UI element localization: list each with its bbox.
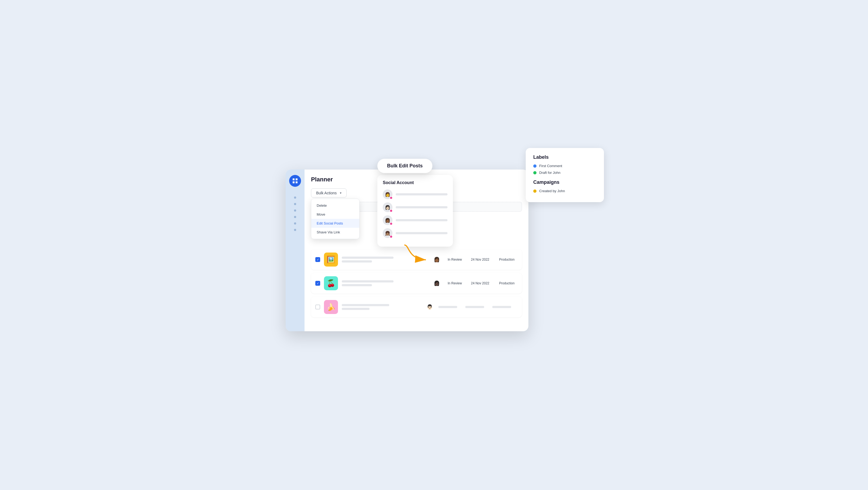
row3-empty-bars — [438, 306, 518, 308]
campaign-row-created-by-john: Created by John — [533, 189, 596, 193]
svg-rect-3 — [296, 182, 298, 183]
labels-section-title: Labels — [533, 155, 596, 160]
labels-campaigns-popup: Labels First Comment Draft for John Camp… — [526, 148, 604, 202]
sidebar-nav-dot-4[interactable] — [294, 216, 296, 218]
bulk-actions-button[interactable]: Bulk Actions ▾ — [311, 188, 347, 198]
social-account-title: Social Account — [383, 180, 447, 185]
post-rows-container: 🖼️ 👩🏾 In Review 24 Nov 2022 Production — [311, 249, 522, 317]
gray-bar-2 — [465, 306, 484, 308]
row3-checkbox[interactable] — [315, 304, 320, 309]
sidebar — [286, 169, 305, 331]
svg-rect-2 — [293, 182, 294, 183]
dropdown-item-move[interactable]: Move — [311, 210, 359, 219]
row2-thumb-emoji: 🍒 — [327, 279, 335, 288]
bulk-edit-popup: Bulk Edit Posts — [377, 159, 432, 173]
row2-status: In Review — [445, 282, 464, 285]
row1-thumbnail: 🖼️ — [324, 253, 338, 267]
sidebar-nav-dot-6[interactable] — [294, 229, 296, 231]
social-avatar-3: 👩🏾 — [383, 215, 393, 225]
sidebar-nav-dot-2[interactable] — [294, 203, 296, 205]
dropdown-item-shave[interactable]: Shave Via Link — [311, 228, 359, 237]
label-row-first-comment: First Comment — [533, 164, 596, 168]
social-account-popup: Social Account 👩 👩🏻 👩🏾 👧🏽 — [377, 175, 453, 247]
bulk-actions-dropdown: Delete Move Edit Social Posts Shave Via … — [311, 199, 360, 239]
row2-campaign: Production — [496, 282, 518, 285]
label-text-first-comment: First Comment — [539, 164, 562, 168]
social-account-row-1[interactable]: 👩 — [383, 190, 447, 199]
dropdown-item-delete[interactable]: Delete — [311, 201, 359, 210]
social-bar-1 — [396, 193, 447, 195]
social-platform-dot-1 — [390, 196, 393, 199]
chevron-down-icon: ▾ — [340, 191, 341, 195]
social-account-row-4[interactable]: 👧🏽 — [383, 228, 447, 238]
row2-text-line-1 — [342, 280, 394, 283]
row3-thumb-emoji: 🍌 — [327, 303, 335, 311]
row3-text-line-1 — [342, 304, 389, 306]
row2-checkbox[interactable] — [315, 281, 320, 286]
social-avatar-1: 👩 — [383, 190, 393, 199]
row1-text-line-1 — [342, 257, 394, 259]
row1-campaign: Production — [496, 258, 518, 261]
dropdown-item-edit-social[interactable]: Edit Social Posts — [311, 219, 359, 228]
gray-bar-1 — [438, 306, 457, 308]
social-account-row-3[interactable]: 👩🏾 — [383, 215, 447, 225]
bulk-actions-wrapper: Bulk Actions ▾ Delete Move Edit Social P… — [311, 188, 347, 198]
campaign-text-created-by-john: Created by John — [539, 189, 565, 193]
social-account-row-2[interactable]: 👩🏻 — [383, 202, 447, 212]
app-logo[interactable] — [289, 175, 301, 187]
row2-text-line-2 — [342, 284, 372, 286]
row1-text-line-2 — [342, 260, 372, 263]
social-platform-dot-3 — [390, 222, 393, 225]
bulk-actions-label: Bulk Actions — [316, 191, 337, 195]
social-platform-dot-2 — [390, 209, 393, 213]
gray-bar-3 — [492, 306, 511, 308]
label-row-draft-for-john: Draft for John — [533, 171, 596, 175]
svg-rect-1 — [296, 178, 298, 180]
row1-status: In Review — [445, 258, 464, 261]
bulk-edit-popup-title: Bulk Edit Posts — [387, 163, 423, 168]
sidebar-nav-dot-1[interactable] — [294, 196, 296, 199]
social-bar-2 — [396, 206, 447, 208]
scene: Planner Bulk Actions ▾ Delete Move Edit … — [286, 153, 582, 337]
row2-avatar: 👩🏿 — [432, 279, 441, 288]
social-bar-3 — [396, 219, 447, 221]
row3-post-text — [342, 304, 421, 310]
row1-thumb-emoji: 🖼️ — [327, 256, 335, 264]
row3-text-line-2 — [342, 308, 370, 310]
label-text-draft-for-john: Draft for John — [539, 171, 560, 175]
row3-avatar: 👨🏻 — [425, 302, 435, 312]
row1-checkbox[interactable] — [315, 257, 320, 262]
row1-post-text — [342, 257, 428, 263]
svg-rect-0 — [293, 178, 294, 180]
campaigns-section: Campaigns Created by John — [533, 179, 596, 193]
row1-date: 24 Nov 2022 — [468, 258, 492, 261]
logo-icon — [292, 177, 298, 184]
row2-post-text — [342, 280, 428, 286]
social-avatar-4: 👧🏽 — [383, 228, 393, 238]
sidebar-nav-dot-3[interactable] — [294, 209, 296, 211]
label-dot-draft-for-john — [533, 171, 536, 174]
row2-thumbnail: 🍒 — [324, 276, 338, 290]
sidebar-nav-dot-5[interactable] — [294, 222, 296, 225]
campaigns-section-title: Campaigns — [533, 179, 596, 185]
social-platform-dot-4 — [390, 235, 393, 238]
row3-thumbnail: 🍌 — [324, 300, 338, 314]
row1-avatar: 👩🏾 — [432, 255, 441, 264]
social-avatar-2: 👩🏻 — [383, 202, 393, 212]
label-dot-first-comment — [533, 164, 536, 168]
campaign-dot-created-by-john — [533, 190, 536, 193]
post-row: 🍌 👨🏻 — [311, 297, 522, 317]
row2-date: 24 Nov 2022 — [468, 282, 492, 285]
social-bar-4 — [396, 232, 447, 234]
post-row: 🖼️ 👩🏾 In Review 24 Nov 2022 Production — [311, 249, 522, 270]
post-row: 🍒 👩🏿 In Review 24 Nov 2022 Production — [311, 273, 522, 294]
